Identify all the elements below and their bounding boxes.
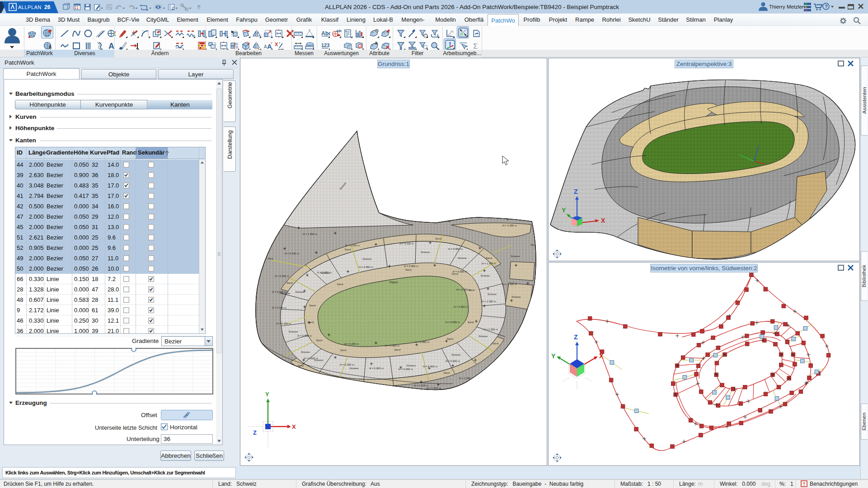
svg-text:Strasse: Strasse	[511, 296, 521, 298]
svg-text:H = 0.300 m: H = 0.300 m	[277, 322, 291, 325]
svg-text:Weg: Weg	[267, 257, 273, 260]
svg-text:Sand: Sand	[467, 321, 474, 324]
svg-text:Sand: Sand	[309, 304, 315, 307]
svg-text:Strasse: Strasse	[362, 258, 372, 260]
svg-text:Y: Y	[265, 391, 269, 398]
svg-text:H = 0.550 m: H = 0.550 m	[297, 334, 312, 337]
svg-text:H = 0.250 m: H = 0.250 m	[344, 343, 359, 345]
svg-text:Sand: Sand	[486, 257, 492, 259]
svg-text:Y: Y	[551, 352, 556, 360]
svg-text:Strasse: Strasse	[479, 335, 488, 338]
svg-text:Sand: Sand	[492, 342, 498, 345]
svg-text:X: X	[601, 217, 605, 224]
svg-text:§: §	[49, 44, 52, 50]
svg-text:H = 0.300 m: H = 0.300 m	[272, 291, 286, 293]
svg-text:H = 0.650 m: H = 0.650 m	[359, 266, 373, 268]
svg-text:H = 0.400 m: H = 0.400 m	[423, 365, 437, 368]
svg-text:H = 1.300 m: H = 1.300 m	[502, 224, 517, 227]
svg-text:H = 1.010 m: H = 1.010 m	[414, 384, 428, 387]
svg-text:X: X	[599, 352, 604, 360]
svg-text:Sand: Sand	[297, 364, 304, 367]
svg-text:Sand: Sand	[447, 338, 453, 340]
svg-text:Sand: Sand	[516, 212, 522, 215]
svg-text:Strasse: Strasse	[488, 293, 497, 296]
svg-text:H = 1.300 m: H = 1.300 m	[288, 380, 303, 382]
svg-text:Sand: Sand	[308, 321, 314, 324]
svg-text:H = 0.600 m: H = 0.600 m	[369, 367, 384, 370]
svg-text:ALLPLAN: ALLPLAN	[18, 5, 42, 10]
svg-text:H = 0.300 m: H = 0.300 m	[415, 341, 429, 343]
svg-text:Sand: Sand	[443, 371, 450, 374]
svg-text:Thierry Metzler: Thierry Metzler	[769, 4, 804, 9]
svg-text:Sand: Sand	[340, 349, 347, 352]
svg-text:Strasse: Strasse	[458, 257, 467, 259]
svg-text:Sand: Sand	[345, 248, 351, 251]
svg-text:Sand: Sand	[337, 283, 343, 286]
svg-text:H = 0.100 m: H = 0.100 m	[345, 244, 360, 247]
svg-text:Strasse: Strasse	[421, 251, 430, 253]
svg-text:H = 0.000 m: H = 0.000 m	[326, 127, 341, 130]
svg-text:H = 1.300 m: H = 1.300 m	[483, 328, 498, 331]
svg-text:A: A	[264, 44, 267, 49]
svg-text:H = 0.600 m: H = 0.600 m	[304, 357, 318, 360]
svg-text:Strasse: Strasse	[511, 255, 520, 258]
svg-text:Z: Z	[574, 188, 578, 195]
svg-text:Sand: Sand	[316, 339, 322, 342]
svg-text:Strasse: Strasse	[349, 367, 359, 370]
svg-text:H = 0.650 m: H = 0.650 m	[317, 271, 332, 274]
svg-text:Rasen: Rasen	[389, 281, 398, 284]
svg-text:2: 2	[172, 6, 174, 10]
svg-text:Strasse: Strasse	[480, 274, 490, 277]
svg-text:Sand: Sand	[286, 282, 293, 284]
svg-text:H = 0.600 m: H = 0.600 m	[427, 387, 441, 389]
svg-text:X: X	[292, 423, 296, 430]
svg-text:Abc: Abc	[321, 30, 330, 37]
svg-text:123: 123	[321, 42, 329, 48]
svg-text:H = 0.550 m: H = 0.550 m	[385, 344, 399, 347]
svg-text:H = 0.550 m: H = 0.550 m	[448, 248, 463, 250]
svg-text:Strasse: Strasse	[451, 353, 461, 356]
svg-text:Sand: Sand	[394, 348, 400, 351]
svg-text:A: A	[267, 42, 272, 50]
svg-text:A: A	[108, 42, 114, 51]
svg-text:Y: Y	[562, 206, 566, 214]
svg-text:H = 1.300 m: H = 1.300 m	[250, 225, 264, 227]
svg-text:H = 0.550 m: H = 0.550 m	[446, 321, 460, 324]
svg-text:H = 0.350 m: H = 0.350 m	[456, 288, 471, 291]
svg-text:H = 1.300 m: H = 1.300 m	[303, 233, 317, 235]
svg-text:H = 0.300 m: H = 0.300 m	[340, 363, 354, 366]
svg-text:Sand: Sand	[405, 268, 412, 271]
svg-text:H = 0.100 m: H = 0.100 m	[272, 306, 286, 309]
svg-text:Sand: Sand	[435, 237, 441, 240]
svg-text:H = 1.300 m: H = 1.300 m	[432, 217, 446, 220]
svg-text:26: 26	[44, 4, 51, 10]
svg-text:Strasse: Strasse	[301, 351, 310, 353]
svg-text:H = 0.020 m: H = 0.020 m	[362, 143, 376, 146]
svg-text:H = 0.550 m: H = 0.550 m	[453, 270, 467, 273]
svg-text:H = 0.600 m: H = 0.600 m	[446, 360, 460, 362]
svg-text:Strasse: Strasse	[289, 330, 298, 333]
svg-text:H = 0.100 m: H = 0.100 m	[285, 252, 299, 255]
svg-text:Z: Z	[253, 429, 257, 436]
svg-text:H = 1.300 m: H = 1.300 m	[269, 360, 284, 362]
svg-text:H = 1.300 m: H = 1.300 m	[240, 248, 249, 251]
svg-text:ABC: ABC	[336, 29, 342, 33]
svg-text:H = 0.100 m: H = 0.100 m	[399, 242, 414, 245]
svg-text:H = 0.650 m: H = 0.650 m	[404, 265, 418, 267]
svg-text:H = 1.300 m: H = 1.300 m	[482, 300, 496, 303]
svg-text:?: ?	[825, 4, 828, 9]
svg-text:Z: Z	[574, 333, 578, 341]
svg-text:Strasse: Strasse	[407, 364, 416, 367]
svg-text:H = 1.300 m: H = 1.300 m	[502, 283, 517, 286]
svg-text:X: X	[275, 42, 278, 47]
svg-text:Weg: Weg	[533, 287, 539, 290]
svg-text:H = 0.550 m: H = 0.550 m	[454, 305, 468, 308]
svg-text:H = 0.300 m: H = 0.300 m	[399, 368, 413, 371]
svg-text:H = 1.305 m: H = 1.305 m	[482, 262, 496, 265]
svg-text:H = 0.300 m: H = 0.300 m	[275, 275, 289, 277]
